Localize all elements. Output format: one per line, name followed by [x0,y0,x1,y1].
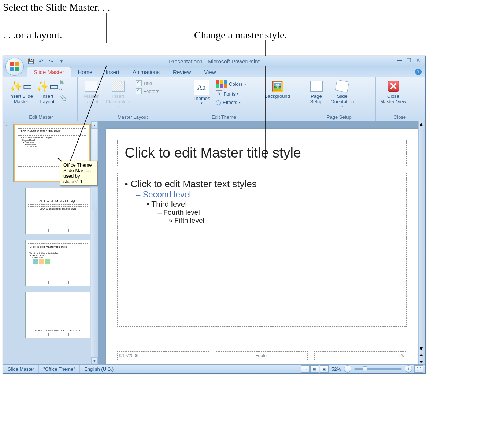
minimize-button[interactable]: — [396,58,403,63]
canvas-scroll-down-icon[interactable]: ▼ [419,345,425,351]
tab-slide-master[interactable]: Slide Master [27,67,71,77]
slide-number-placeholder[interactable]: ‹#› [314,351,406,360]
effects-button[interactable]: ◯ Effects▾ [214,99,248,106]
prev-slide-icon[interactable]: ⏶ [419,352,425,358]
page-setup-icon [310,80,323,93]
page-setup-button[interactable]: Page Setup [305,78,328,106]
annotation-layout: . . .or a layout. [3,29,62,41]
office-button[interactable] [5,58,24,76]
window-title: Presentation1 - Microsoft PowerPoint [169,58,260,64]
layout-thumbnail-1[interactable]: Click to edit Master title style Click t… [25,188,90,234]
insert-placeholder-icon [112,80,125,93]
scroll-down-icon[interactable]: ▼ [91,357,98,365]
background-button[interactable]: 🖼️ Background [262,78,292,100]
group-master-layout: Master Layout [80,114,185,121]
canvas-scrollbar[interactable]: ▲ ▼ ⏶ ⏷ [418,121,425,365]
delete-button[interactable]: ✖ [59,79,67,86]
footer-placeholder[interactable]: Footer [216,351,308,360]
qat-customize-icon[interactable]: ▼ [58,57,66,65]
group-page-setup: Page Setup [305,114,373,121]
sorter-view-button[interactable]: ⊞ [310,365,319,373]
preserve-button[interactable]: 📎 [59,94,67,101]
insert-slide-master-button[interactable]: ✨▭ Insert Slide Master [7,78,35,106]
slide-master-canvas[interactable]: Click to edit Master title style Click t… [106,129,418,367]
tab-home[interactable]: Home [71,67,99,77]
undo-icon[interactable]: ↶ [37,57,45,65]
master-number: 1 [5,124,8,129]
ribbon: ✨▭ Insert Slide Master ✨▭ Insert Layout … [3,77,425,122]
ribbon-tabs: Slide Master Home Insert Animations Revi… [3,66,425,77]
thumbnail-pane: 1 Click to edit Master title style Click… [3,121,98,365]
status-theme[interactable]: "Office Theme" [39,365,80,373]
fit-window-button[interactable]: ⛶ [414,365,423,373]
save-icon[interactable]: 💾 [27,57,35,65]
scroll-up-icon[interactable]: ▲ [91,121,98,129]
group-close: Close [378,114,422,121]
zoom-percent[interactable]: 52% [331,366,341,372]
tab-insert[interactable]: Insert [99,67,126,77]
restore-button[interactable]: ❐ [405,58,412,63]
effects-icon: ◯ [216,100,221,105]
close-window-button[interactable]: ✕ [415,58,422,63]
status-language[interactable]: English (U.S.) [80,365,118,373]
statusbar: Slide Master "Office Theme" English (U.S… [3,364,425,373]
powerpoint-window: 💾 ↶ ↷ ▼ Presentation1 - Microsoft PowerP… [3,56,426,374]
insert-layout-icon: ✨▭ [41,80,54,93]
group-background [262,114,300,121]
group-edit-theme: Edit Theme [190,114,257,121]
layout-thumbnail-2[interactable]: Click to edit Master title style Click t… [25,240,90,286]
tab-review[interactable]: Review [166,67,197,77]
fonts-icon: A [216,90,222,97]
colors-button[interactable]: Colors▾ [214,80,248,89]
footers-checkbox[interactable]: Footers [134,88,162,95]
canvas-scroll-up-icon[interactable]: ▲ [419,121,425,127]
master-layout-icon [85,80,98,93]
redo-icon[interactable]: ↷ [47,57,55,65]
annotation-slide-master: Select the Slide Master. . . [3,1,110,13]
tab-view[interactable]: View [197,67,222,77]
status-view[interactable]: Slide Master [3,365,39,373]
fonts-button[interactable]: A Fonts▾ [214,90,248,98]
insert-placeholder-button: Insert Placeholder ▾ [103,78,133,110]
normal-view-button[interactable]: ▭ [301,365,310,373]
date-placeholder[interactable]: 9/17/2006 [117,351,209,360]
annotation-master-style: Change a master style. [194,29,287,41]
slideshow-view-button[interactable]: ▣ [320,365,329,373]
background-icon: 🖼️ [271,80,284,93]
title-checkbox[interactable]: Title [134,80,162,87]
colors-icon [216,80,227,88]
thumbnail-scrollbar[interactable]: ▲ ▼ [91,121,98,365]
slide-orientation-button[interactable]: Slide Orientation ▾ [329,78,356,110]
group-edit-master: Edit Master [7,114,75,121]
close-icon: ✕ [388,81,399,92]
orientation-icon [336,80,349,93]
insert-slide-master-icon: ✨▭ [15,80,28,93]
master-layout-button: Master Layout [80,78,103,106]
title-placeholder[interactable]: Click to edit Master title style [117,140,407,166]
help-button[interactable]: ? [415,69,422,75]
body-placeholder[interactable]: Click to edit Master text styles Second … [117,173,407,327]
themes-icon: Aa [194,80,209,95]
tooltip: Office Theme Slide Master: used by slide… [60,161,98,186]
layout-thumbnail-3[interactable]: CLICK TO EDIT MASTER TITLE STYLE [25,292,90,338]
rename-button[interactable]: ᴬ [59,86,67,93]
themes-button[interactable]: Aa Themes ▾ [190,78,213,106]
zoom-slider[interactable] [354,368,402,370]
zoom-in-button[interactable]: + [405,365,412,373]
insert-layout-button[interactable]: ✨▭ Insert Layout [36,78,59,106]
next-slide-icon[interactable]: ⏷ [419,359,425,365]
titlebar: 💾 ↶ ↷ ▼ Presentation1 - Microsoft PowerP… [3,56,425,66]
close-master-view-button[interactable]: ✕ Close Master View [378,78,408,106]
tab-animations[interactable]: Animations [126,67,166,77]
slide-canvas-area: Click to edit Master title style Click t… [98,121,425,365]
zoom-out-button[interactable]: − [344,365,351,373]
